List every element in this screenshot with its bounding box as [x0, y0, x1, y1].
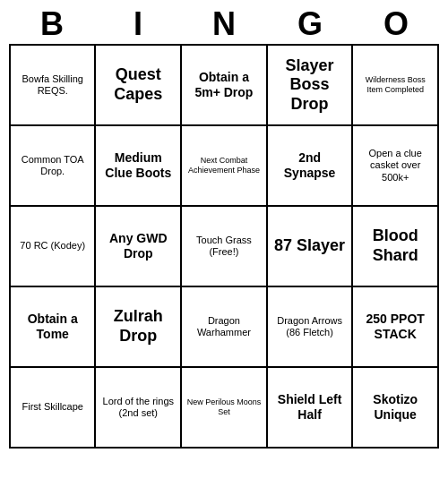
- cell-r2-c3: 87 Slayer: [267, 206, 353, 286]
- cell-r1-c3: 2nd Synapse: [267, 125, 353, 206]
- bingo-grid: Bowfa Skilling REQS.Quest CapesObtain a …: [9, 45, 439, 449]
- bingo-letter-b: B: [13, 5, 90, 43]
- cell-r3-c1: Zulrah Drop: [95, 286, 181, 367]
- cell-r0-c0: Bowfa Skilling REQS.: [10, 45, 95, 125]
- bingo-letter-o: O: [358, 5, 435, 43]
- cell-r4-c1: Lord of the rings (2nd set): [95, 367, 181, 448]
- cell-r2-c0: 70 RC (Kodey): [10, 206, 95, 286]
- bingo-letter-g: G: [271, 5, 349, 43]
- cell-r2-c2: Touch Grass (Free!): [181, 206, 267, 286]
- cell-r3-c4: 250 PPOT STACK: [352, 286, 438, 367]
- cell-r1-c0: Common TOA Drop.: [10, 125, 95, 206]
- cell-r4-c2: New Perilous Moons Set: [181, 367, 267, 448]
- cell-r1-c1: Medium Clue Boots: [95, 125, 181, 206]
- cell-r3-c3: Dragon Arrows (86 Fletch): [267, 286, 353, 367]
- cell-r1-c4: Open a clue casket over 500k+: [352, 125, 438, 206]
- cell-r3-c2: Dragon Warhammer: [181, 286, 267, 367]
- cell-r2-c4: Blood Shard: [352, 206, 438, 286]
- bingo-title: BINGO: [9, 0, 439, 45]
- bingo-letter-i: I: [99, 5, 177, 43]
- cell-r2-c1: Any GWD Drop: [95, 206, 181, 286]
- cell-r0-c4: Wilderness Boss Item Completed: [352, 45, 438, 125]
- cell-r0-c3: Slayer Boss Drop: [267, 45, 353, 125]
- cell-r0-c1: Quest Capes: [95, 45, 181, 125]
- cell-r4-c0: First Skillcape: [10, 367, 95, 448]
- cell-r4-c4: Skotizo Unique: [352, 367, 438, 448]
- cell-r4-c3: Shield Left Half: [267, 367, 353, 448]
- cell-r3-c0: Obtain a Tome: [10, 286, 95, 367]
- bingo-letter-n: N: [185, 5, 263, 43]
- cell-r0-c2: Obtain a 5m+ Drop: [181, 45, 267, 125]
- cell-r1-c2: Next Combat Achievement Phase: [181, 125, 267, 206]
